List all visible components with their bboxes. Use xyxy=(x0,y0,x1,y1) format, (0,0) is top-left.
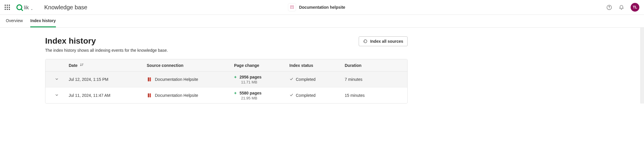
app-title: Knowledge base xyxy=(44,4,87,11)
check-icon xyxy=(289,93,293,98)
svg-point-3 xyxy=(31,9,32,10)
table-row: Jul 11, 2024, 11:47 AM Documentation Hel… xyxy=(45,88,407,103)
source-connector-icon xyxy=(147,77,152,82)
col-header-duration[interactable]: Duration xyxy=(345,63,407,68)
cell-source: Documentation Helpsite xyxy=(155,93,198,98)
avatar[interactable]: TL xyxy=(631,3,639,12)
top-bar: lik Knowledge base Documentation helpsit… xyxy=(0,0,644,15)
page-title: Index history xyxy=(45,36,96,46)
tab-index-history[interactable]: Index history xyxy=(30,15,56,27)
context-label: Documentation helpsite xyxy=(299,5,345,10)
cell-size: 21.95 MB xyxy=(234,96,289,100)
app-launcher-icon[interactable] xyxy=(5,5,10,10)
chevron-down-icon[interactable] xyxy=(55,93,59,98)
svg-point-5 xyxy=(609,8,609,9)
svg-rect-8 xyxy=(148,93,149,97)
help-icon[interactable] xyxy=(606,4,612,10)
svg-rect-6 xyxy=(148,77,149,81)
refresh-icon xyxy=(363,39,368,44)
cell-date: Jul 12, 2024, 1:15 PM xyxy=(68,74,147,84)
svg-line-1 xyxy=(21,9,22,10)
cell-source: Documentation Helpsite xyxy=(155,77,198,82)
svg-rect-9 xyxy=(150,93,151,97)
cell-status: Completed xyxy=(296,93,316,98)
cell-duration: 15 minutes xyxy=(345,90,407,100)
index-history-table: Date Source connection Page change Index… xyxy=(45,59,408,104)
source-connector-icon xyxy=(147,93,152,98)
check-icon xyxy=(289,77,293,82)
qlik-logo[interactable]: lik xyxy=(16,3,39,11)
tab-bar: Overview Index history xyxy=(0,15,644,28)
cell-pages: 2956 pages xyxy=(240,75,262,79)
notifications-icon[interactable] xyxy=(618,4,624,10)
main-content: Index history Index all sources The inde… xyxy=(0,28,408,104)
page-description: The index history shows all indexing eve… xyxy=(45,48,408,53)
context-pill[interactable]: Documentation helpsite xyxy=(288,3,345,11)
chevron-down-icon[interactable] xyxy=(55,77,59,82)
plus-icon: + xyxy=(234,90,237,95)
index-button-label: Index all sources xyxy=(370,39,403,44)
col-header-source[interactable]: Source connection xyxy=(147,63,234,68)
svg-rect-7 xyxy=(150,77,151,81)
plus-icon: + xyxy=(234,74,237,79)
cell-size: 11.71 MB xyxy=(234,80,289,84)
table-header: Date Source connection Page change Index… xyxy=(45,59,407,72)
col-header-status[interactable]: Index status xyxy=(289,63,345,68)
index-all-sources-button[interactable]: Index all sources xyxy=(359,36,408,46)
col-header-date[interactable]: Date xyxy=(68,63,147,68)
table-row: Jul 12, 2024, 1:15 PM Documentation Help… xyxy=(45,72,407,88)
sort-descending-icon xyxy=(80,63,84,68)
cell-date: Jul 11, 2024, 11:47 AM xyxy=(68,90,147,100)
cell-status: Completed xyxy=(296,77,316,82)
tab-overview[interactable]: Overview xyxy=(6,15,23,27)
cell-duration: 7 minutes xyxy=(345,74,407,84)
header-actions: TL xyxy=(606,3,639,12)
scrollbar[interactable] xyxy=(641,28,644,104)
svg-text:lik: lik xyxy=(24,5,29,10)
cell-pages: 5580 pages xyxy=(240,91,262,95)
col-header-page-change[interactable]: Page change xyxy=(234,63,289,68)
helpsite-icon xyxy=(288,3,296,11)
